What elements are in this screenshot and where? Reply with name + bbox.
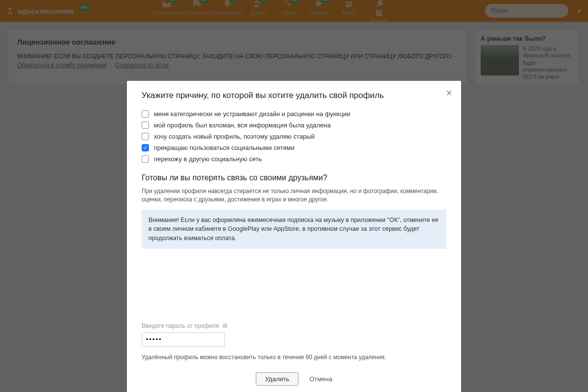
reason-list: меня категорически не устраивают дизайн …: [142, 108, 446, 165]
reason-label: мой профиль был взломан, вся информация …: [154, 122, 331, 129]
reason-option[interactable]: хочу создать новый профиль, поэтому удал…: [142, 131, 446, 142]
reason-label: перехожу в другую социальную сеть: [154, 155, 262, 163]
checkbox-icon[interactable]: [142, 133, 149, 140]
reason-option[interactable]: перехожу в другую социальную сеть: [142, 153, 446, 165]
svg-text:?: ?: [224, 324, 226, 327]
help-icon[interactable]: ?: [222, 323, 228, 329]
checkbox-icon[interactable]: [142, 110, 149, 118]
password-label: Введите пароль от профиля ?: [142, 322, 446, 329]
reason-option[interactable]: прекращаю пользоваться социальными сетям…: [142, 142, 446, 153]
modal-subheading: Готовы ли вы потерять связь со своими др…: [142, 173, 446, 182]
modal-overlay: × Укажите причину, по которой вы хотите …: [0, 0, 588, 392]
checkbox-icon[interactable]: [142, 144, 149, 151]
delete-button[interactable]: Удалить: [256, 372, 299, 386]
reason-label: меня категорически не устраивают дизайн …: [154, 110, 350, 118]
reason-label: хочу создать новый профиль, поэтому удал…: [154, 133, 315, 140]
restore-note: Удалённый профиль можно восстановить тол…: [142, 354, 446, 361]
reason-option[interactable]: мой профиль был взломан, вся информация …: [142, 120, 446, 131]
reason-label: прекращаю пользоваться социальными сетям…: [154, 144, 294, 151]
subscription-notice: Внимание! Если у вас оформлена ежемесячн…: [142, 210, 446, 249]
modal-footer: Удалить Отмена: [142, 372, 446, 386]
checkbox-icon[interactable]: [142, 122, 149, 129]
cancel-button[interactable]: Отмена: [309, 375, 332, 383]
delete-profile-modal: × Укажите причину, по которой вы хотите …: [127, 81, 461, 392]
modal-title: Укажите причину, по которой вы хотите уд…: [142, 91, 446, 100]
close-icon[interactable]: ×: [446, 88, 452, 98]
modal-paragraph: При удалении профиля навсегда стирается …: [142, 187, 446, 204]
reason-option[interactable]: меня категорически не устраивают дизайн …: [142, 108, 446, 120]
password-input[interactable]: [142, 332, 225, 347]
checkbox-icon[interactable]: [142, 155, 149, 163]
